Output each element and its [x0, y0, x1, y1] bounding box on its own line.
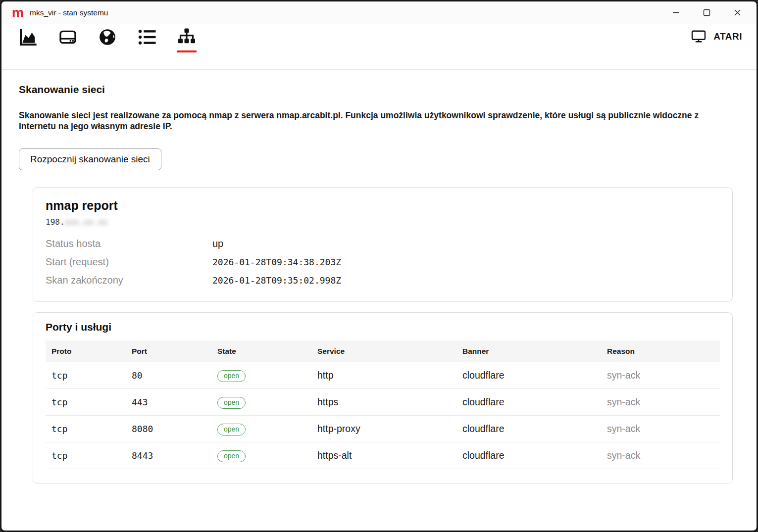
cell-port: 443 — [126, 397, 211, 407]
col-header-port: Port — [126, 347, 211, 356]
nmap-report-card: nmap report 198.xxx.xx.xx Status hosta u… — [33, 187, 733, 302]
nmap-report-title: nmap report — [46, 198, 720, 213]
area-chart-icon — [18, 27, 38, 47]
device-indicator: ATARI — [691, 30, 742, 43]
tab-internet[interactable] — [97, 27, 118, 56]
cell-banner: cloudflare — [456, 370, 601, 381]
window-controls — [660, 1, 753, 24]
col-header-state: State — [211, 347, 311, 356]
col-header-banner: Banner — [456, 347, 601, 356]
cell-service: https-alt — [311, 450, 456, 461]
tab-statistics[interactable] — [18, 27, 39, 56]
page-description: Skanowanie sieci jest realizowane za pom… — [19, 110, 737, 132]
page-title: Skanowanie sieci — [19, 84, 105, 96]
cell-state: open — [211, 449, 311, 462]
monitor-icon — [691, 30, 706, 43]
cell-service: https — [311, 396, 456, 408]
ports-services-card: Porty i usługi Proto Port State Service … — [33, 312, 733, 484]
list-icon — [137, 27, 157, 47]
title-bar: m mks_vir - stan systemu — [1, 1, 757, 24]
cell-reason: syn-ack — [601, 450, 720, 461]
host-ip: 198.xxx.xx.xx — [46, 217, 720, 227]
cell-proto: tcp — [46, 450, 126, 461]
report-row-value: up — [212, 238, 223, 249]
mks-logo-icon: m — [12, 8, 23, 18]
ports-table-header: Proto Port State Service Banner Reason — [46, 340, 720, 362]
report-row-label: Status hosta — [46, 238, 212, 249]
cell-proto: tcp — [46, 397, 126, 407]
close-button[interactable] — [722, 1, 753, 24]
app-window: m mks_vir - stan systemu — [0, 0, 758, 532]
report-row-label: Skan zakończony — [46, 275, 212, 286]
report-row-finished: Skan zakończony 2026-01-28T09:35:02.998Z — [46, 271, 720, 290]
report-row-label: Start (request) — [46, 256, 212, 268]
table-row: tcp 443 open https cloudflare syn-ack — [46, 389, 720, 416]
toolbar — [18, 27, 197, 56]
cell-banner: cloudflare — [456, 396, 601, 408]
cell-port: 8080 — [126, 424, 211, 434]
cell-state: open — [211, 396, 311, 409]
report-row-host-status: Status hosta up — [46, 235, 720, 253]
sitemap-icon — [177, 27, 197, 47]
cell-proto: tcp — [46, 424, 126, 434]
report-rows: Status hosta up Start (request) 2026-01-… — [46, 235, 720, 290]
cell-proto: tcp — [46, 370, 126, 381]
report-row-value: 2026-01-28T09:34:38.203Z — [212, 257, 341, 267]
minimize-icon — [672, 9, 680, 16]
report-row-value: 2026-01-28T09:35:02.998Z — [212, 275, 341, 286]
col-header-reason: Reason — [601, 347, 720, 356]
host-ip-redacted: xxx.xx.xx — [65, 217, 108, 227]
report-row-start: Start (request) 2026-01-28T09:34:38.203Z — [46, 253, 720, 271]
col-header-service: Service — [311, 347, 456, 356]
hard-drive-icon — [58, 27, 78, 47]
cell-reason: syn-ack — [601, 423, 720, 435]
state-open-badge: open — [217, 424, 246, 435]
cell-banner: cloudflare — [456, 423, 601, 435]
table-row: tcp 80 open http cloudflare syn-ack — [46, 362, 720, 389]
cell-service: http-proxy — [311, 423, 456, 435]
cell-banner: cloudflare — [456, 450, 601, 461]
cell-service: http — [311, 370, 456, 381]
maximize-icon — [703, 9, 710, 16]
start-scan-button[interactable]: Rozpocznij skanowanie sieci — [19, 148, 161, 170]
minimize-button[interactable] — [660, 1, 691, 24]
host-ip-prefix: 198. — [46, 217, 65, 227]
state-open-badge: open — [217, 397, 246, 409]
cell-port: 8443 — [126, 450, 211, 461]
ports-services-title: Porty i usługi — [46, 321, 720, 333]
tab-list[interactable] — [137, 27, 157, 56]
cell-reason: syn-ack — [601, 370, 720, 381]
table-row: tcp 8080 open http-proxy cloudflare syn-… — [46, 416, 720, 442]
cell-state: open — [211, 423, 311, 435]
col-header-proto: Proto — [46, 347, 126, 356]
maximize-button[interactable] — [691, 1, 722, 24]
cell-port: 80 — [126, 370, 211, 381]
tab-network-scan[interactable] — [176, 27, 197, 56]
cell-reason: syn-ack — [601, 396, 720, 408]
state-open-badge: open — [217, 450, 246, 462]
window-title: mks_vir - stan systemu — [30, 8, 108, 17]
table-row: tcp 8443 open https-alt cloudflare syn-a… — [46, 442, 720, 469]
toolbar-divider — [1, 69, 757, 70]
close-icon — [734, 9, 741, 16]
state-open-badge: open — [217, 370, 246, 382]
globe-icon — [98, 27, 117, 47]
cell-state: open — [211, 369, 311, 382]
ports-table: Proto Port State Service Banner Reason t… — [46, 340, 720, 469]
title-bar-left: m mks_vir - stan systemu — [1, 8, 108, 18]
tab-disks[interactable] — [57, 27, 78, 56]
device-name: ATARI — [713, 31, 742, 42]
